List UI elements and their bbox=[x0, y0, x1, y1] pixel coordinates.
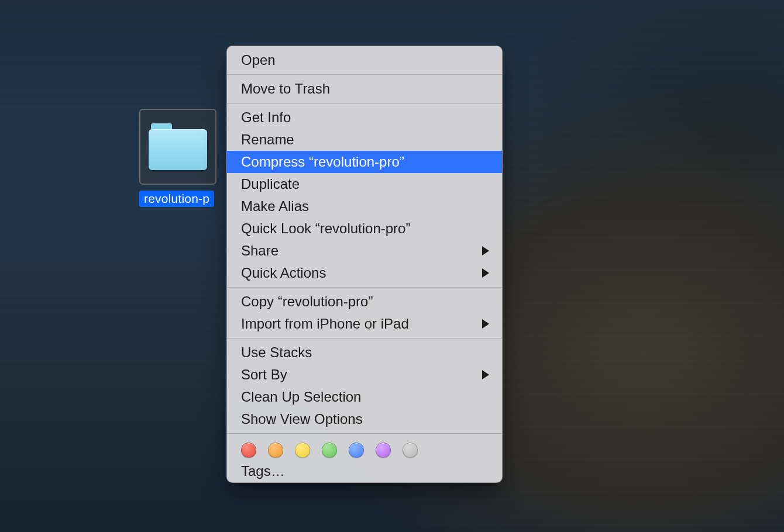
menu-item-label: Clean Up Selection bbox=[241, 388, 361, 406]
menu-separator bbox=[227, 287, 502, 288]
folder-icon bbox=[149, 123, 207, 170]
tag-dot-gray[interactable] bbox=[403, 443, 418, 458]
menu-item-label: Share bbox=[241, 242, 278, 260]
menu-item-label: Open bbox=[241, 51, 276, 69]
tag-dot-orange[interactable] bbox=[268, 443, 283, 458]
submenu-arrow-icon bbox=[482, 268, 489, 278]
menu-item-use-stacks[interactable]: Use Stacks bbox=[227, 341, 502, 364]
menu-item-label: Show View Options bbox=[241, 410, 363, 428]
menu-separator bbox=[227, 74, 502, 75]
menu-item-duplicate[interactable]: Duplicate bbox=[227, 173, 502, 195]
menu-item-import-iphone[interactable]: Import from iPhone or iPad bbox=[227, 313, 502, 335]
menu-item-clean-up-selection[interactable]: Clean Up Selection bbox=[227, 386, 502, 408]
submenu-arrow-icon bbox=[482, 370, 489, 379]
menu-separator bbox=[227, 433, 502, 434]
menu-item-share[interactable]: Share bbox=[227, 240, 502, 262]
tag-dot-green[interactable] bbox=[322, 443, 337, 458]
menu-item-compress[interactable]: Compress “revolution-pro” bbox=[227, 151, 502, 173]
menu-item-tags[interactable]: Tags… bbox=[227, 460, 502, 482]
menu-item-label: Compress “revolution-pro” bbox=[241, 153, 404, 171]
menu-item-label: Get Info bbox=[241, 109, 291, 126]
submenu-arrow-icon bbox=[482, 246, 489, 255]
menu-item-quick-actions[interactable]: Quick Actions bbox=[227, 262, 502, 284]
menu-item-label: Tags… bbox=[241, 462, 285, 480]
menu-item-label: Use Stacks bbox=[241, 344, 312, 361]
menu-item-get-info[interactable]: Get Info bbox=[227, 106, 502, 129]
tag-dot-red[interactable] bbox=[241, 443, 256, 458]
menu-item-label: Rename bbox=[241, 131, 294, 148]
menu-item-label: Quick Actions bbox=[241, 264, 326, 282]
menu-separator bbox=[227, 103, 502, 103]
menu-item-copy[interactable]: Copy “revolution-pro” bbox=[227, 291, 502, 313]
desktop-folder[interactable]: revolution-p bbox=[139, 109, 214, 209]
menu-item-move-to-trash[interactable]: Move to Trash bbox=[227, 78, 502, 100]
folder-label: revolution-p bbox=[139, 191, 214, 207]
menu-item-label: Duplicate bbox=[241, 175, 300, 193]
menu-item-label: Quick Look “revolution-pro” bbox=[241, 220, 410, 237]
menu-item-show-view-options[interactable]: Show View Options bbox=[227, 408, 502, 430]
tag-dot-yellow[interactable] bbox=[295, 443, 310, 458]
folder-selection-frame bbox=[139, 109, 216, 185]
menu-item-sort-by[interactable]: Sort By bbox=[227, 364, 502, 386]
menu-separator bbox=[227, 338, 502, 338]
menu-item-label: Move to Trash bbox=[241, 80, 330, 98]
menu-item-make-alias[interactable]: Make Alias bbox=[227, 195, 502, 217]
menu-item-quick-look[interactable]: Quick Look “revolution-pro” bbox=[227, 217, 502, 240]
menu-item-rename[interactable]: Rename bbox=[227, 129, 502, 151]
menu-item-label: Copy “revolution-pro” bbox=[241, 293, 373, 310]
tag-dot-purple[interactable] bbox=[376, 443, 391, 458]
menu-item-label: Sort By bbox=[241, 366, 287, 384]
tag-color-row bbox=[227, 437, 502, 460]
menu-item-open[interactable]: Open bbox=[227, 49, 502, 71]
tag-dot-blue[interactable] bbox=[349, 443, 364, 458]
menu-item-label: Make Alias bbox=[241, 198, 309, 215]
desktop[interactable]: revolution-p OpenMove to TrashGet InfoRe… bbox=[0, 0, 784, 532]
menu-item-label: Import from iPhone or iPad bbox=[241, 315, 409, 333]
submenu-arrow-icon bbox=[482, 319, 489, 329]
context-menu: OpenMove to TrashGet InfoRenameCompress … bbox=[226, 46, 503, 483]
